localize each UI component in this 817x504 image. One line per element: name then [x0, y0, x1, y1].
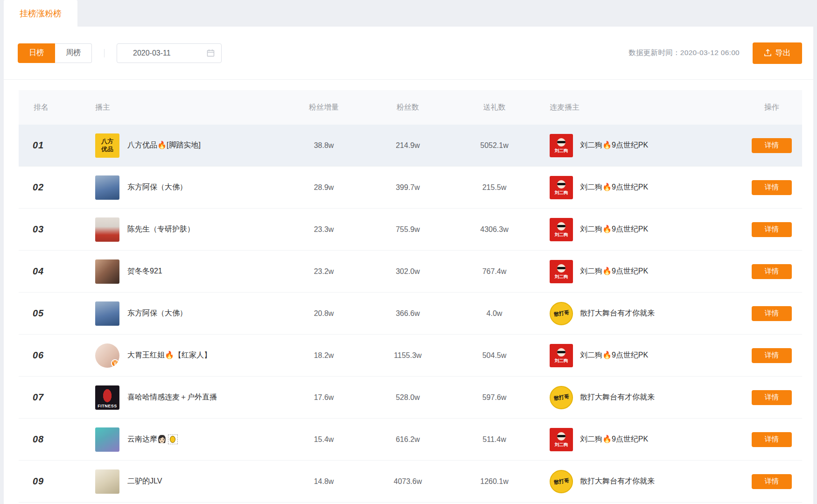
co-streamer-avatar[interactable]: 散打哥	[550, 470, 573, 493]
missing-emoji-placeholder	[168, 434, 178, 444]
streamer-cell: 八方优品 八方优品🔥[脚踏实地]	[81, 133, 282, 158]
page: 挂榜涨粉榜 日榜 周榜 2020-03-11 数据更新时间：2020-	[0, 0, 817, 504]
streamer-avatar[interactable]	[95, 301, 119, 326]
co-streamer-name[interactable]: 刘二狗🔥9点世纪PK	[580, 350, 648, 360]
co-streamer-name[interactable]: 刘二狗🔥9点世纪PK	[580, 140, 648, 150]
fan-total-value: 1155.3w	[366, 351, 450, 360]
streamer-avatar[interactable]	[95, 175, 119, 200]
streamer-name-text: 大胃王红姐🔥【红家人】	[127, 350, 211, 360]
streamer-name[interactable]: 大胃王红姐🔥【红家人】	[127, 350, 211, 360]
toolbar-right: 数据更新时间：2020-03-12 06:00 导出	[628, 42, 802, 64]
update-time-value: 2020-03-12 06:00	[680, 49, 740, 56]
detail-button[interactable]: 详情	[752, 432, 792, 447]
streamer-cell: 贺冬冬921	[81, 259, 282, 284]
action-cell: 详情	[716, 432, 802, 447]
co-streamer-name[interactable]: 刘二狗🔥9点世纪PK	[580, 266, 648, 276]
co-streamer-cell: 散打哥 散打大舞台有才你就来	[539, 386, 716, 409]
weekly-rank-button[interactable]: 周榜	[55, 43, 92, 63]
gift-count-value: 215.5w	[450, 183, 539, 192]
date-picker[interactable]: 2020-03-11	[117, 43, 222, 63]
daily-rank-button[interactable]: 日榜	[18, 43, 55, 63]
fan-increase-value: 20.8w	[282, 309, 366, 318]
rank: 06	[19, 350, 81, 361]
streamer-name[interactable]: 云南达摩👩🏻	[127, 434, 178, 444]
rank: 05	[19, 308, 81, 319]
co-streamer-name[interactable]: 散打大舞台有才你就来	[580, 308, 655, 318]
gift-count-value: 767.4w	[450, 267, 539, 276]
streamer-name[interactable]: 陈先生（专研护肤）	[127, 224, 195, 234]
update-time-label: 数据更新时间：	[628, 49, 680, 56]
fan-total-value: 302.0w	[366, 267, 450, 276]
detail-button[interactable]: 详情	[752, 390, 792, 405]
calendar-icon	[207, 49, 215, 57]
co-streamer-avatar[interactable]: 刘二狗	[550, 176, 573, 199]
streamer-avatar[interactable]	[95, 469, 119, 494]
detail-button[interactable]: 详情	[752, 348, 792, 363]
rank: 02	[19, 182, 81, 193]
co-streamer-cell: 刘二狗 刘二狗🔥9点世纪PK	[539, 428, 716, 451]
detail-button[interactable]: 详情	[752, 474, 792, 489]
streamer-name[interactable]: 八方优品🔥[脚踏实地]	[127, 140, 201, 150]
gift-count-value: 504.5w	[450, 351, 539, 360]
streamer-avatar[interactable]	[95, 427, 119, 452]
co-streamer-cell: 刘二狗 刘二狗🔥9点世纪PK	[539, 176, 716, 199]
streamer-cell: 陈先生（专研护肤）	[81, 217, 282, 242]
co-streamer-name[interactable]: 散打大舞台有才你就来	[580, 476, 655, 486]
action-cell: 详情	[716, 474, 802, 489]
streamer-name[interactable]: 东方阿保（大佛）	[127, 308, 187, 318]
co-avatar-label: 刘二狗	[555, 442, 568, 448]
export-button[interactable]: 导出	[753, 42, 802, 64]
action-cell: 详情	[716, 348, 802, 363]
streamer-name[interactable]: 东方阿保（大佛）	[127, 182, 187, 192]
co-streamer-name[interactable]: 刘二狗🔥9点世纪PK	[580, 224, 648, 234]
co-streamer-avatar[interactable]: 散打哥	[550, 386, 573, 409]
action-cell: 详情	[716, 138, 802, 153]
streamer-cell: FITNESS 喜哈哈情感连麦＋户外直播	[81, 385, 282, 410]
streamer-name[interactable]: 贺冬冬921	[127, 266, 162, 276]
co-streamer-avatar[interactable]: 刘二狗	[550, 260, 573, 283]
streamer-avatar[interactable]: 八方优品	[95, 133, 119, 158]
co-avatar-face	[557, 432, 566, 441]
ranking-table: 排名 播主 粉丝增量 粉丝数 送礼数 连麦播主 操作 01 八方优品 八方优品🔥…	[19, 90, 802, 503]
co-streamer-avatar[interactable]: 刘二狗	[550, 218, 573, 241]
content-panel: 日榜 周榜 2020-03-11 数据更新时间：2020-03-12 06:00	[4, 27, 813, 504]
streamer-avatar[interactable]: FITNESS	[95, 385, 119, 410]
fan-increase-value: 23.2w	[282, 267, 366, 276]
streamer-name[interactable]: 喜哈哈情感连麦＋户外直播	[127, 392, 217, 402]
co-streamer-avatar[interactable]: 散打哥	[550, 302, 573, 325]
detail-button[interactable]: 详情	[752, 222, 792, 237]
co-streamer-cell: 刘二狗 刘二狗🔥9点世纪PK	[539, 344, 716, 367]
co-streamer-avatar[interactable]: 刘二狗	[550, 134, 573, 157]
table-row: 02 东方阿保（大佛） 28.9w 399.7w 215.5w 刘二狗 刘二狗🔥…	[19, 167, 802, 209]
co-streamer-cell: 散打哥 散打大舞台有才你就来	[539, 470, 716, 493]
detail-button[interactable]: 详情	[752, 306, 792, 321]
tab-fan-growth-ranking[interactable]: 挂榜涨粉榜	[4, 0, 77, 27]
export-icon	[764, 49, 772, 57]
co-streamer-name[interactable]: 刘二狗🔥9点世纪PK	[580, 434, 648, 444]
streamer-avatar[interactable]	[95, 259, 119, 284]
avatar-label: 八方优品	[99, 138, 115, 153]
rank: 07	[19, 392, 81, 403]
detail-button[interactable]: 详情	[752, 138, 792, 153]
detail-button[interactable]: 详情	[752, 180, 792, 195]
fan-total-value: 755.9w	[366, 225, 450, 234]
streamer-cell: 东方阿保（大佛）	[81, 301, 282, 326]
tab-bar: 挂榜涨粉榜	[4, 0, 813, 27]
co-avatar-label: 散打哥	[553, 309, 570, 318]
gift-count-value: 5052.1w	[450, 141, 539, 150]
co-streamer-avatar[interactable]: 刘二狗	[550, 344, 573, 367]
gift-count-value: 1260.1w	[450, 477, 539, 486]
co-streamer-name[interactable]: 散打大舞台有才你就来	[580, 392, 655, 402]
detail-button[interactable]: 详情	[752, 264, 792, 279]
streamer-name[interactable]: 二驴的JLV	[127, 476, 162, 486]
streamer-avatar[interactable]: V	[95, 343, 119, 368]
streamer-name-text: 二驴的JLV	[127, 476, 162, 486]
rank: 09	[19, 476, 81, 487]
table-header: 排名 播主 粉丝增量 粉丝数 送礼数 连麦播主 操作	[19, 90, 802, 125]
co-streamer-name[interactable]: 刘二狗🔥9点世纪PK	[580, 182, 648, 192]
fan-increase-value: 18.2w	[282, 351, 366, 360]
streamer-avatar[interactable]	[95, 217, 119, 242]
co-streamer-avatar[interactable]: 刘二狗	[550, 428, 573, 451]
co-streamer-cell: 刘二狗 刘二狗🔥9点世纪PK	[539, 134, 716, 157]
rank: 03	[19, 224, 81, 235]
